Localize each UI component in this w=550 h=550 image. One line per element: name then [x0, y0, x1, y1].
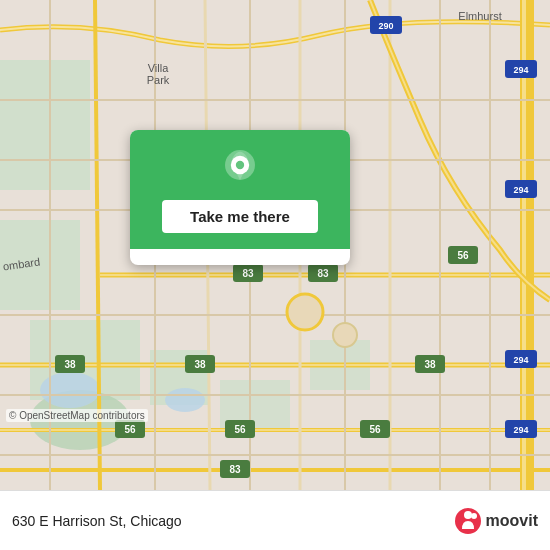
svg-text:56: 56: [124, 424, 136, 435]
moovit-text: moovit: [486, 512, 538, 530]
svg-point-32: [333, 323, 357, 347]
map-attribution: © OpenStreetMap contributors: [6, 409, 148, 422]
svg-point-9: [165, 388, 205, 412]
svg-point-71: [464, 511, 472, 519]
svg-text:Villa: Villa: [148, 62, 169, 74]
bottom-bar: 630 E Harrison St, Chicago moovit: [0, 490, 550, 550]
svg-point-72: [471, 513, 477, 519]
svg-text:290: 290: [378, 21, 393, 31]
svg-text:56: 56: [369, 424, 381, 435]
popup-arrow: [226, 249, 254, 265]
svg-text:56: 56: [234, 424, 246, 435]
svg-rect-1: [0, 60, 90, 190]
svg-text:38: 38: [64, 359, 76, 370]
take-me-there-button[interactable]: Take me there: [162, 200, 318, 233]
svg-text:Elmhurst: Elmhurst: [458, 10, 501, 22]
address-label: 630 E Harrison St, Chicago: [12, 513, 182, 529]
svg-text:38: 38: [424, 359, 436, 370]
svg-text:294: 294: [513, 355, 528, 365]
svg-text:83: 83: [317, 268, 329, 279]
moovit-brand-icon: [454, 507, 482, 535]
moovit-logo: moovit: [454, 507, 538, 535]
svg-text:56: 56: [457, 250, 469, 261]
svg-text:294: 294: [513, 185, 528, 195]
location-popup: Take me there: [130, 130, 350, 265]
svg-text:Park: Park: [147, 74, 170, 86]
location-pin-icon: [220, 150, 260, 190]
svg-text:83: 83: [229, 464, 241, 475]
popup-header: Take me there: [130, 130, 350, 249]
svg-text:294: 294: [513, 65, 528, 75]
svg-text:294: 294: [513, 425, 528, 435]
svg-point-31: [287, 294, 323, 330]
svg-text:38: 38: [194, 359, 206, 370]
svg-text:83: 83: [242, 268, 254, 279]
map-container: 83 83 38 38 38 56 56 56 83 56 294 294 29…: [0, 0, 550, 490]
